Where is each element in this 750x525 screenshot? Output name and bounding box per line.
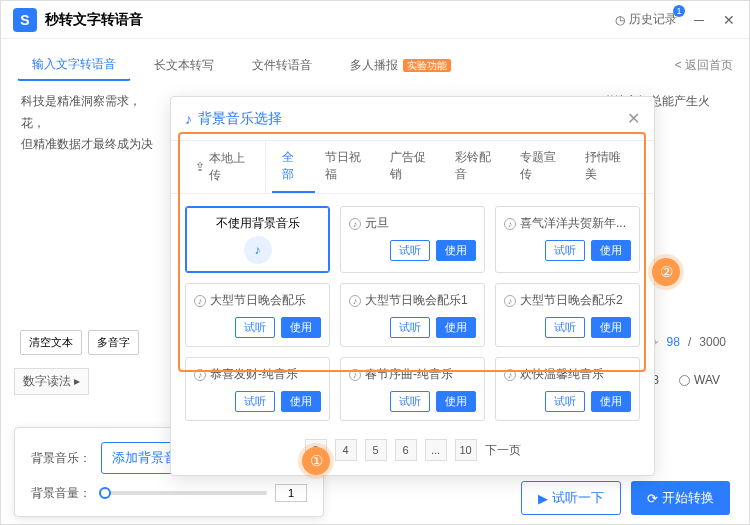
page-4[interactable]: 4 <box>335 439 357 461</box>
app-logo: S <box>13 8 37 32</box>
music-card: ♪大型节日晚会配乐1 试听使用 <box>340 283 485 347</box>
back-home-link[interactable]: < 返回首页 <box>675 57 733 74</box>
music-card: ♪喜气洋洋共贺新年... 试听使用 <box>495 206 640 273</box>
main-tabs: 输入文字转语音 长文本转写 文件转语音 多人播报 实验功能 < 返回首页 <box>1 39 749 81</box>
modal-category-tabs: ⇪本地上传 全部 节日祝福 广告促销 彩铃配音 专题宣传 抒情唯美 <box>171 141 654 194</box>
mtab-ad[interactable]: 广告促销 <box>380 141 445 193</box>
tab-multi-voice-label: 多人播报 <box>350 58 398 72</box>
music-card: ♪大型节日晚会配乐2 试听使用 <box>495 283 640 347</box>
try-button[interactable]: 试听 <box>235 317 275 338</box>
use-button[interactable]: 使用 <box>281 317 321 338</box>
music-card: ♪恭喜发财-纯音乐 试听使用 <box>185 357 330 421</box>
titlebar: S 秒转文字转语音 ◷ 历史记录 1 ─ ✕ <box>1 1 749 39</box>
page-6[interactable]: 6 <box>395 439 417 461</box>
editor-toolbar: 清空文本 多音字 <box>20 330 139 355</box>
char-current: 98 <box>667 335 680 349</box>
char-max: 3000 <box>699 335 726 349</box>
modal-close-button[interactable]: ✕ <box>627 109 640 128</box>
modal-title-text: 背景音乐选择 <box>198 110 282 128</box>
upload-icon: ⇪ <box>195 160 205 174</box>
music-card: ♪元旦 试听使用 <box>340 206 485 273</box>
use-button[interactable]: 使用 <box>591 317 631 338</box>
preview-button[interactable]: ▶试听一下 <box>521 481 621 515</box>
music-note-icon: ♪ <box>349 218 361 230</box>
music-note-icon: ♪ <box>194 369 206 381</box>
mtab-all[interactable]: 全部 <box>272 141 315 193</box>
polyphone-button[interactable]: 多音字 <box>88 330 139 355</box>
use-button[interactable]: 使用 <box>436 240 476 261</box>
card-title: 喜气洋洋共贺新年... <box>520 215 626 232</box>
mtab-upload[interactable]: ⇪本地上传 <box>185 141 266 193</box>
music-note-icon: ♪ <box>504 369 516 381</box>
action-buttons: ▶试听一下 ⟳开始转换 <box>521 481 730 515</box>
use-button[interactable]: 使用 <box>436 391 476 412</box>
card-none-label: 不使用背景音乐 <box>194 215 321 232</box>
try-button[interactable]: 试听 <box>545 391 585 412</box>
clock-icon: ◷ <box>615 13 625 27</box>
card-title: 大型节日晚会配乐2 <box>520 292 623 309</box>
try-button[interactable]: 试听 <box>545 240 585 261</box>
minimize-button[interactable]: ─ <box>691 12 707 28</box>
try-button[interactable]: 试听 <box>545 317 585 338</box>
editor-text-3: 但精准数据才最终成为决 <box>21 137 153 151</box>
card-title: 元旦 <box>365 215 389 232</box>
music-grid: 不使用背景音乐 ♪ ♪元旦 试听使用 ♪喜气洋洋共贺新年... 试听使用 ♪大型… <box>171 194 654 433</box>
card-title: 欢快温馨纯音乐 <box>520 366 604 383</box>
page-ellipsis: ... <box>425 439 447 461</box>
card-title: 春节序曲-纯音乐 <box>365 366 453 383</box>
use-button[interactable]: 使用 <box>591 240 631 261</box>
editor-text-1: 科技是精准洞察需求， <box>21 94 141 108</box>
mtab-feature[interactable]: 专题宣传 <box>510 141 575 193</box>
tab-input-tts[interactable]: 输入文字转语音 <box>17 49 131 81</box>
clear-text-button[interactable]: 清空文本 <box>20 330 82 355</box>
try-button[interactable]: 试听 <box>390 391 430 412</box>
use-button[interactable]: 使用 <box>281 391 321 412</box>
history-link[interactable]: ◷ 历史记录 1 <box>615 11 677 28</box>
close-button[interactable]: ✕ <box>721 12 737 28</box>
bg-volume-slider[interactable] <box>99 491 267 495</box>
music-note-icon: ♪ <box>194 295 206 307</box>
music-note-icon: ♪ <box>504 295 516 307</box>
card-title: 恭喜发财-纯音乐 <box>210 366 298 383</box>
music-card: ♪春节序曲-纯音乐 试听使用 <box>340 357 485 421</box>
music-note-icon: ♪ <box>349 369 361 381</box>
bg-volume-value[interactable] <box>275 484 307 502</box>
page-10[interactable]: 10 <box>455 439 477 461</box>
try-button[interactable]: 试听 <box>390 317 430 338</box>
tab-file-tts[interactable]: 文件转语音 <box>237 50 327 81</box>
page-5[interactable]: 5 <box>365 439 387 461</box>
step-badge-2: ② <box>652 258 680 286</box>
bg-music-label: 背景音乐： <box>31 450 91 467</box>
wav-radio[interactable]: WAV <box>679 373 720 387</box>
card-title: 大型节日晚会配乐1 <box>365 292 468 309</box>
history-badge: 1 <box>673 5 685 17</box>
play-icon: ▶ <box>538 491 548 506</box>
music-note-icon: ♪ <box>504 218 516 230</box>
experimental-badge: 实验功能 <box>403 59 451 72</box>
next-page[interactable]: 下一页 <box>485 442 521 459</box>
card-title: 大型节日晚会配乐 <box>210 292 306 309</box>
bg-music-value: 添加背景音 <box>112 449 177 467</box>
try-button[interactable]: 试听 <box>390 240 430 261</box>
step-badge-1: ① <box>302 447 330 475</box>
use-button[interactable]: 使用 <box>591 391 631 412</box>
tab-long-text[interactable]: 长文本转写 <box>139 50 229 81</box>
slider-thumb[interactable] <box>99 487 111 499</box>
try-button[interactable]: 试听 <box>235 391 275 412</box>
mtab-lyrical[interactable]: 抒情唯美 <box>575 141 640 193</box>
convert-button[interactable]: ⟳开始转换 <box>631 481 730 515</box>
pagination: 3 4 5 6 ... 10 下一页 <box>171 433 654 475</box>
tab-multi-voice[interactable]: 多人播报 实验功能 <box>335 50 466 81</box>
music-card: ♪大型节日晚会配乐 试听使用 <box>185 283 330 347</box>
number-reading-tab[interactable]: 数字读法 ▸ <box>14 368 89 395</box>
mtab-festival[interactable]: 节日祝福 <box>315 141 380 193</box>
bg-volume-label: 背景音量： <box>31 485 91 502</box>
mtab-ringtone[interactable]: 彩铃配音 <box>445 141 510 193</box>
history-label: 历史记录 <box>629 11 677 28</box>
char-sep: / <box>688 335 691 349</box>
music-note-icon: ♪ <box>185 111 192 127</box>
app-title: 秒转文字转语音 <box>45 11 615 29</box>
use-button[interactable]: 使用 <box>436 317 476 338</box>
card-none[interactable]: 不使用背景音乐 ♪ <box>185 206 330 273</box>
music-note-icon: ♪ <box>244 236 272 264</box>
